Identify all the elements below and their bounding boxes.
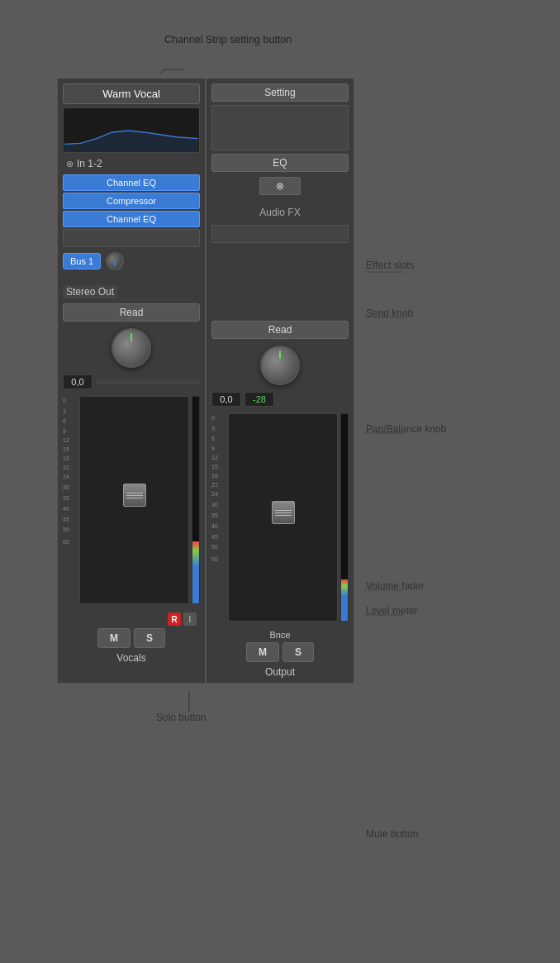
volume-fader-annotation: Volume fader <box>366 580 425 592</box>
automation-button-right[interactable]: Read <box>211 321 349 339</box>
right-eq-display-area <box>211 105 349 150</box>
fader-section-right: 0 3 6 9 12 15 18 21 24 30 35 40 45 50 60 <box>211 410 349 625</box>
rfader-line-1 <box>275 510 292 511</box>
scale-40: 40 <box>63 506 78 512</box>
channel-name-button[interactable]: Warm Vocal <box>63 83 200 104</box>
rscale-3: 3 <box>211 426 226 431</box>
effect-slot-1[interactable]: Channel EQ <box>63 174 200 191</box>
scale-9: 9 <box>63 428 78 434</box>
send-button[interactable]: Bus 1 <box>63 253 101 269</box>
ms-row-left: M S <box>63 628 200 648</box>
pan-section-left <box>63 325 200 371</box>
bottom-controls-left: R I M S Vocals <box>63 611 200 664</box>
link-button[interactable]: ⊗ <box>259 177 301 195</box>
r-badge[interactable]: R <box>168 613 181 626</box>
pan-value-right[interactable]: 0,0 <box>211 392 241 407</box>
solo-button-left[interactable]: S <box>134 628 165 648</box>
fader-line-1 <box>126 493 143 493</box>
annotation-lines-svg <box>354 78 503 684</box>
value-row-right: 0,0 -28 <box>211 392 349 407</box>
pan-knob-right[interactable] <box>260 346 300 385</box>
rscale-24: 24 <box>211 491 226 497</box>
scale-50: 50 <box>63 527 78 532</box>
scale-24: 24 <box>63 474 78 479</box>
pan-value-left[interactable]: 0,0 <box>63 374 93 389</box>
effect-slot-3[interactable]: Channel EQ <box>63 211 200 227</box>
right-output-spacer <box>211 301 349 317</box>
svg-line-1 <box>154 69 164 74</box>
effect-slot-2[interactable]: Compressor <box>63 193 200 209</box>
eq-display[interactable] <box>63 107 200 153</box>
effect-slots: Channel EQ Compressor Channel EQ <box>63 174 200 247</box>
right-channel-strip: Setting EQ ⊗ Audio FX Read <box>206 78 354 684</box>
level-value-left[interactable] <box>96 379 200 384</box>
mute-button-right[interactable]: M <box>246 642 279 662</box>
mute-button-left[interactable]: M <box>97 628 131 648</box>
send-knob-annotation: Send knob <box>366 307 413 319</box>
fader-handle-right[interactable] <box>272 501 295 524</box>
scale-60: 60 <box>63 539 78 545</box>
rscale-30: 30 <box>211 502 226 508</box>
rscale-35: 35 <box>211 512 226 518</box>
level-fill-right <box>341 579 348 621</box>
scale-21: 21 <box>63 465 78 470</box>
fader-track-left <box>79 396 200 604</box>
eq-button[interactable]: EQ <box>211 154 349 172</box>
effect-slots-annotation: Effect slots <box>366 260 414 271</box>
input-label: In 1-2 <box>77 158 102 169</box>
fader-rail-right[interactable] <box>228 413 338 622</box>
link-icon: ⊗ <box>66 159 74 169</box>
fader-section-left: 0 3 6 9 12 15 18 21 24 30 35 40 45 50 60 <box>63 393 200 608</box>
scale-45: 45 <box>63 517 78 522</box>
fader-rail-left[interactable] <box>79 396 189 604</box>
rscale-15: 15 <box>211 464 226 470</box>
mute-button-annotation: Mute button <box>366 828 418 840</box>
solo-button-right[interactable]: S <box>282 642 314 662</box>
scale-0: 0 <box>63 398 78 403</box>
level-meter-annotation: Level meter <box>366 605 418 617</box>
bottom-controls-right: Bnce M S Output <box>211 628 349 678</box>
setting-button[interactable]: Setting <box>211 83 349 102</box>
i-badge[interactable]: I <box>183 613 197 626</box>
ms-row-right: M S <box>211 642 349 662</box>
scale-6: 6 <box>63 418 78 424</box>
rscale-45: 45 <box>211 534 226 540</box>
input-row: ⊗ In 1-2 <box>63 156 200 171</box>
audio-fx-label: Audio FX <box>211 200 349 222</box>
automation-button-left[interactable]: Read <box>63 303 200 322</box>
track-name-right: Output <box>211 665 349 678</box>
solo-button-annotation: Solo button <box>156 712 206 723</box>
rscale-12: 12 <box>211 455 226 460</box>
link-row: ⊗ <box>211 175 349 197</box>
send-row: Bus 1 <box>63 250 200 272</box>
level-fill-left <box>192 541 199 603</box>
fader-scale-right: 0 3 6 9 12 15 18 21 24 30 35 40 45 50 60 <box>211 413 226 622</box>
rscale-21: 21 <box>211 482 226 488</box>
send-knob[interactable] <box>106 252 124 270</box>
fader-line-2 <box>126 495 143 496</box>
outer-container: Channel Strip setting button Warm Vocal … <box>17 33 543 720</box>
fader-track-right <box>228 413 349 622</box>
rscale-18: 18 <box>211 473 226 479</box>
pan-balance-annotation: Pan/Balance knob <box>366 423 446 435</box>
rscale-0: 0 <box>211 415 226 421</box>
pan-section-right <box>211 342 349 389</box>
value-row-left: 0,0 <box>63 374 200 389</box>
rfader-line-2 <box>275 512 292 513</box>
right-effect-empty[interactable] <box>211 225 349 243</box>
fader-handle-left[interactable] <box>123 484 146 507</box>
level-value-right[interactable]: -28 <box>244 392 274 407</box>
scale-18: 18 <box>63 455 78 461</box>
effect-slot-4-empty[interactable] <box>63 229 200 247</box>
rscale-40: 40 <box>211 523 226 529</box>
rscale-9: 9 <box>211 446 226 451</box>
level-meter-left <box>192 396 200 604</box>
right-spacer <box>211 246 349 265</box>
right-send-spacer <box>211 268 349 291</box>
channel-strip-annotation: Channel Strip setting button <box>164 33 292 48</box>
fader-line-3 <box>126 498 143 498</box>
output-label: Stereo Out <box>63 285 117 298</box>
pan-knob-left[interactable] <box>112 328 151 368</box>
bnce-label: Bnce <box>211 630 349 640</box>
left-channel-strip: Warm Vocal ⊗ In 1-2 Channel EQ Compresso… <box>57 78 206 684</box>
